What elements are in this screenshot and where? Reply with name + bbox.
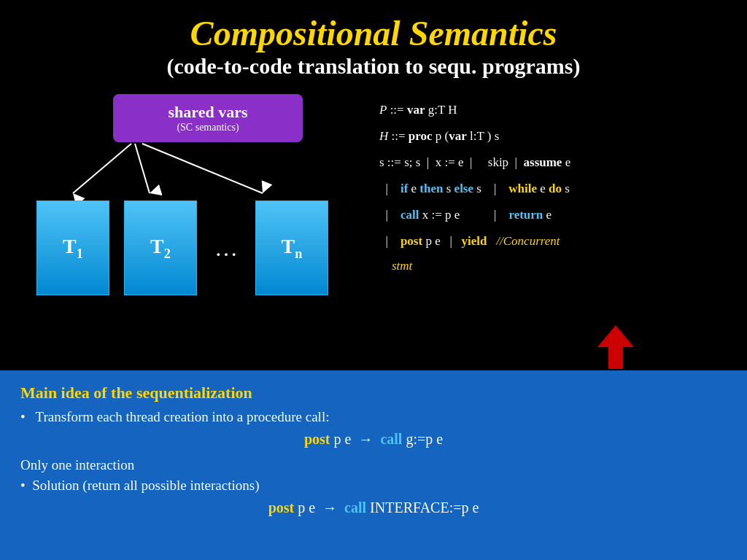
grammar-line-4: | if e then s else s | while e do s	[379, 176, 732, 201]
ellipsis: …	[197, 201, 255, 295]
arrows-area	[15, 142, 357, 201]
sub-title: (code-to-code translation to sequ. progr…	[0, 53, 747, 79]
grammar-line-3: s ::= s; s | x := e | skip | assume e	[379, 150, 732, 175]
grammar-line-5: | call x := p e | return e	[379, 203, 732, 228]
grammar-line-1: P ::= var g:T H	[379, 98, 732, 122]
post-keyword-2: post	[268, 499, 295, 516]
bullet-1: • Transform each thread creation into a …	[20, 407, 727, 428]
bullet-2: • Solution (return all possible interact…	[20, 475, 727, 497]
svg-marker-8	[597, 325, 634, 369]
grammar-line-6: | post p e | yield //Concurrent stmt	[379, 229, 732, 279]
arrows-svg	[15, 142, 328, 201]
main-title: Compositional Semantics	[0, 13, 747, 53]
call-keyword-2: call	[344, 499, 366, 516]
thread-box-tn: Tn	[255, 201, 328, 295]
shared-vars-subtitle: (SC semantics)	[128, 122, 288, 133]
call-keyword-1: call	[380, 431, 402, 447]
code-line-2: post p e → call INTERFACE:=p e	[20, 499, 727, 516]
grammar-line-2: H ::= proc p (var l:T ) s	[379, 124, 732, 149]
svg-line-7	[142, 144, 263, 193]
post-keyword-1: post	[304, 431, 330, 447]
up-arrow-container	[597, 325, 634, 372]
bottom-box: Main idea of the sequentialization • Tra…	[0, 370, 747, 560]
right-panel: P ::= var g:T H H ::= proc p (var l:T ) …	[357, 94, 732, 335]
code-line-1: post p e → call g:=p e	[20, 431, 727, 448]
svg-line-6	[135, 144, 150, 193]
title-area: Compositional Semantics (code-to-code tr…	[0, 0, 747, 87]
content-area: shared vars (SC semantics)	[0, 87, 747, 335]
thread-box-t2: T2	[124, 201, 197, 295]
left-panel: shared vars (SC semantics)	[15, 94, 357, 335]
thread-boxes: T1 T2 … Tn	[15, 201, 357, 295]
shared-vars-box: shared vars (SC semantics)	[113, 94, 303, 142]
svg-line-5	[73, 144, 131, 193]
up-arrow-svg	[597, 325, 634, 369]
thread-box-t1: T1	[36, 201, 109, 295]
only-one-interaction: Only one interaction	[20, 455, 727, 476]
bottom-heading: Main idea of the sequentialization	[20, 384, 727, 402]
shared-vars-title: shared vars	[128, 103, 288, 122]
